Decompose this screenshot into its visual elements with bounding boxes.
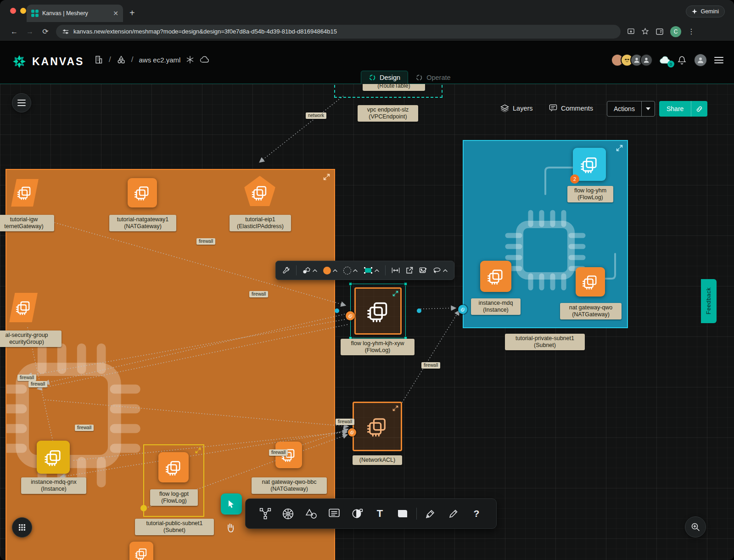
node-label: nat gateway-qwo(NATGateway) [560,303,622,319]
resize-tool-button[interactable] [392,267,400,274]
node-label: flow log-gpt(FlowLog) [150,489,198,506]
node-partial[interactable] [129,542,153,560]
fill-color-button[interactable] [323,267,337,274]
resize-dot[interactable] [417,308,421,313]
new-tab-button[interactable]: + [129,8,135,18]
node-network-acl[interactable] [353,402,402,451]
select-tool-button[interactable] [221,493,242,515]
lasso-tool-button[interactable] [433,267,448,274]
comments-label: Comments [561,105,593,112]
node-tutorial-natgateway1[interactable] [128,178,157,207]
edge-handle[interactable] [140,505,147,511]
copy-link-icon[interactable] [691,101,707,117]
chip-icon [579,154,600,175]
snowflake-icon[interactable] [186,56,194,64]
chip-icon [16,184,33,201]
minimize-window-button[interactable] [20,8,26,14]
cloud-sync-icon[interactable] [200,56,210,63]
selection-style-button[interactable] [364,267,379,274]
profile-avatar[interactable]: C [670,26,681,37]
border-style-button[interactable] [343,267,358,274]
annotation-tool[interactable] [325,504,343,523]
shape-picker-button[interactable] [303,267,317,274]
chevron-up-icon [313,269,317,272]
save-page-icon[interactable] [627,28,635,35]
organization-icon[interactable] [94,55,103,64]
collaborator-avatar[interactable] [640,54,653,67]
gemini-badge[interactable]: Gemini [686,6,725,17]
canvas-tool-dock: T ? [245,498,497,529]
subnet-edge-handle[interactable] [458,305,467,314]
canvas-menu-button[interactable] [12,93,31,112]
tab-operate[interactable]: Operate [408,71,458,84]
zoom-button[interactable] [685,516,706,538]
actions-button[interactable]: Actions [607,101,655,117]
app-menu-icon[interactable] [714,56,724,64]
styles-tool[interactable] [348,504,366,523]
pan-tool-button[interactable] [224,521,238,535]
breadcrumb-separator: / [109,55,111,64]
browser-tab[interactable]: Kanvas | Meshery ✕ [27,5,123,22]
node-flow-log-gpt[interactable] [158,452,189,482]
component-graph-tool[interactable] [256,504,275,523]
pencil-tool[interactable] [444,504,463,523]
reload-button[interactable]: ⟳ [38,27,53,36]
expand-icon[interactable] [323,174,330,180]
kanvas-brand[interactable]: KANVAS [12,54,84,69]
tab-design[interactable]: Design [361,71,408,84]
address-bar[interactable]: kanvas.new/extension/meshmap?mode=design… [56,25,621,39]
bell-icon[interactable] [678,56,686,65]
expand-icon[interactable] [392,405,398,411]
expand-icon[interactable] [616,145,623,151]
selection-context-toolbar [275,261,454,280]
url-text: kanvas.new/extension/meshmap?mode=design… [73,28,337,35]
design-canvas[interactable]: (RouteTable) vpc endpoint-slz(VPCEndpoin… [0,84,734,560]
comments-button[interactable]: Comments [549,104,593,112]
node-instance-mdq-gnx[interactable] [37,441,70,474]
forward-button[interactable]: → [22,28,38,36]
open-in-new-button[interactable] [406,267,413,274]
actions-dropdown-icon[interactable] [641,101,655,116]
expand-icon[interactable] [195,448,201,454]
collaborator-avatars[interactable] [614,54,653,67]
site-settings-icon[interactable] [62,28,69,35]
add-image-button[interactable] [419,267,427,274]
expand-icon[interactable] [392,291,398,297]
node-flow-log-selected[interactable] [350,284,406,338]
selected-node-body[interactable] [354,287,402,335]
user-avatar[interactable] [694,53,707,67]
layers-button[interactable]: Layers [500,104,533,112]
chevron-up-icon [375,269,379,272]
text-tool[interactable]: T [370,504,389,523]
apps-grid-button[interactable] [12,517,32,538]
actions-label: Actions [607,101,641,116]
bookmark-star-icon[interactable] [641,28,649,35]
badge-count: 2 [570,174,579,184]
feedback-tab[interactable]: Feedback [701,279,717,323]
designs-icon[interactable] [117,55,126,64]
cloud-status[interactable]: 0 [659,56,671,64]
group-flow-log-gpt[interactable]: flow log-gpt(FlowLog) [143,444,204,517]
node-label: tutorial-eip1(ElasticIPAddress) [230,215,291,231]
node-nat-gateway-qwo[interactable] [576,267,605,297]
gemini-label: Gemini [700,8,719,15]
chip-icon [365,298,391,324]
browser-menu-icon[interactable]: ⋮ [688,27,695,36]
browser-tools-icon[interactable] [656,28,664,36]
shapes-tool[interactable] [302,504,320,523]
share-button[interactable]: Share [659,101,707,117]
node-instance-mdq[interactable] [480,261,511,292]
back-button[interactable]: ← [6,28,22,36]
design-file-name[interactable]: aws ec2.yaml [139,56,180,64]
configure-tool-button[interactable] [282,267,290,274]
pen-tool[interactable] [421,504,440,523]
tab-close-icon[interactable]: ✕ [113,10,118,17]
edge-handle[interactable] [346,311,355,320]
kubernetes-tool[interactable] [279,504,297,523]
close-window-button[interactable] [10,8,16,14]
frame-tool[interactable] [393,504,412,523]
node-label: flow log-yhm-kjh-xyw(FlowLog) [341,339,415,355]
edge-handle[interactable] [348,428,356,437]
help-tool[interactable]: ? [467,504,486,523]
resize-dot[interactable] [335,308,339,313]
